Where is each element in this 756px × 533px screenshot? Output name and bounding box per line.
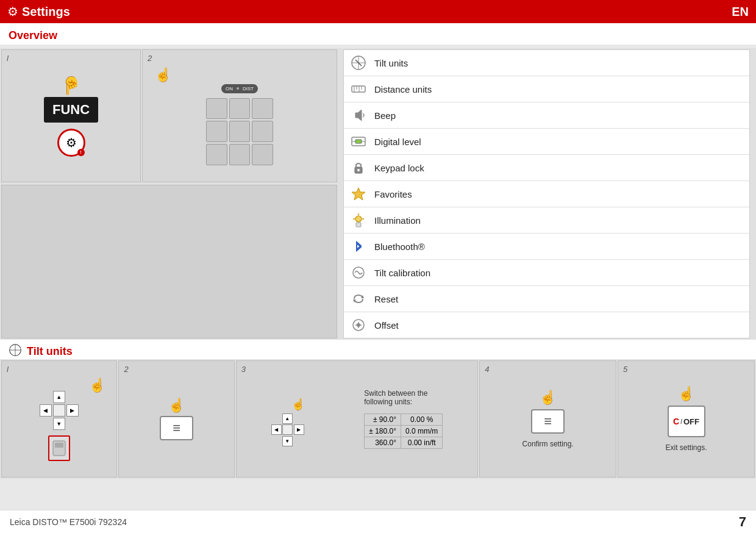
- bluetooth-icon: [350, 238, 367, 255]
- bottom-illustration: [1, 185, 337, 338]
- settings-gear-icon: ⚙: [7, 4, 18, 19]
- settings-list: Tilt units Distance units Beep Digital l…: [343, 49, 750, 338]
- header-title: Settings: [22, 5, 70, 19]
- beep-label: Beep: [374, 110, 396, 121]
- settings-item-illumination[interactable]: Illumination: [344, 207, 749, 234]
- hand-icon-step2: ☝: [155, 67, 171, 83]
- header-left: ⚙ Settings: [7, 4, 70, 19]
- tilt-calibration-label: Tilt calibration: [374, 268, 430, 278]
- svg-rect-8: [355, 140, 362, 143]
- device-tilt-icon: [48, 435, 70, 461]
- step3-content: Switch between the following units: ± 90…: [364, 389, 443, 449]
- step2-tilt-label: 2: [124, 365, 128, 374]
- tilt-calibration-icon: [350, 264, 367, 281]
- footer-page-number: 7: [739, 514, 746, 530]
- tilt-section-header: Tilt units: [0, 340, 756, 359]
- settings-item-distance-units[interactable]: Distance units: [344, 76, 749, 102]
- hand-step1-tilt: ☝: [89, 377, 105, 393]
- keypad-grid: [206, 98, 273, 165]
- bluetooth-label: Bluethooth®: [374, 241, 425, 252]
- units-table: ± 90.0°0.00 %± 180.0°0.0 mm/m360.0°0.00 …: [364, 413, 443, 449]
- favorites-icon: [350, 185, 367, 202]
- step2-label: 2: [148, 54, 152, 63]
- exit-text: Exit settings.: [666, 443, 707, 452]
- tilt-units-icon: [350, 54, 367, 71]
- step1-tilt-label: l: [7, 365, 9, 374]
- reset-label: Reset: [374, 294, 398, 304]
- illumination-label: Illumination: [374, 215, 421, 226]
- step3-tilt: 3 ☝ ▲ ▼ ◀ ▶ Switch between the following…: [236, 360, 478, 478]
- keypad-lock-label: Keypad lock: [374, 163, 424, 173]
- step3-keypad: ☝ ▲ ▼ ◀ ▶: [271, 398, 305, 447]
- right-panel: Tilt units Distance units Beep Digital l…: [338, 48, 756, 340]
- main-content: l ☝ FUNC ⚙ ! 2 ☝ ON: [0, 48, 756, 340]
- keypad-lock-icon: [350, 159, 367, 176]
- step1-label: l: [7, 54, 9, 63]
- illumination-icon: [350, 212, 367, 229]
- switch-text: Switch between the following units:: [364, 389, 427, 406]
- coff-button: C/OFF: [668, 406, 705, 437]
- settings-item-reset[interactable]: Reset: [344, 286, 749, 312]
- tilt-title: Tilt units: [27, 345, 73, 358]
- tilt-units-label: Tilt units: [374, 58, 408, 68]
- steps-row: l ☝ ▲ ▼ ◀ ▶ 2 ☝ ≡ 3 ☝ ▲ ▼ ◀ ▶: [0, 359, 756, 479]
- settings-item-bluetooth[interactable]: Bluethooth®: [344, 234, 749, 260]
- arrow-keypad-step1: ▲ ▼ ◀ ▶: [40, 391, 79, 431]
- overview-title: Overview: [9, 27, 747, 45]
- footer-device-text: Leica DISTO™ E7500i 792324: [10, 517, 127, 527]
- footer: Leica DISTO™ E7500i 792324 7: [0, 510, 756, 533]
- header: ⚙ Settings EN: [0, 0, 756, 23]
- step4-tilt: 4 ☝ ≡ Confirm setting.: [479, 360, 616, 478]
- svg-point-12: [355, 216, 362, 222]
- settings-item-favorites[interactable]: Favorites: [344, 181, 749, 207]
- step2-illustration: 2 ☝ ON DIST: [142, 49, 337, 182]
- offset-icon: [350, 317, 367, 334]
- overview-section: Overview: [0, 23, 756, 45]
- svg-point-22: [357, 323, 360, 327]
- equals-button-step2: ≡: [160, 416, 193, 440]
- svg-rect-25: [55, 443, 63, 448]
- step5-tilt-label: 5: [623, 365, 627, 374]
- confirm-text: Confirm setting.: [522, 440, 574, 448]
- equals-button-step4: ≡: [531, 409, 565, 434]
- svg-rect-1: [352, 86, 365, 92]
- distance-units-label: Distance units: [374, 84, 432, 95]
- settings-item-offset[interactable]: Offset: [344, 312, 749, 338]
- gear-circle-icon: ⚙ !: [57, 129, 85, 157]
- step2-tilt: 2 ☝ ≡: [118, 360, 234, 478]
- step4-tilt-label: 4: [485, 365, 489, 374]
- digital-level-icon: [350, 133, 367, 150]
- header-lang: EN: [732, 5, 749, 19]
- hand-step4: ☝: [540, 390, 556, 406]
- hand-pointer-icon: ☝: [60, 76, 82, 96]
- svg-marker-11: [352, 188, 365, 200]
- favorites-label: Favorites: [374, 189, 412, 199]
- left-panel: l ☝ FUNC ⚙ ! 2 ☝ ON: [0, 48, 338, 340]
- digital-level-label: Digital level: [374, 137, 421, 147]
- settings-item-tilt-units[interactable]: Tilt units: [344, 50, 749, 76]
- hand-step3: ☝: [291, 398, 305, 411]
- svg-rect-17: [356, 223, 361, 227]
- step3-tilt-label: 3: [241, 365, 246, 374]
- top-illustrations: l ☝ FUNC ⚙ ! 2 ☝ ON: [1, 49, 337, 182]
- distance-units-icon: [350, 80, 367, 98]
- step1-illustration: l ☝ FUNC ⚙ !: [1, 49, 141, 182]
- hand-step2-tilt: ☝: [168, 398, 185, 413]
- reset-icon: [350, 290, 367, 307]
- step5-tilt: 5 ☝ C/OFF Exit settings.: [618, 360, 755, 478]
- step1-tilt: l ☝ ▲ ▼ ◀ ▶: [1, 360, 117, 478]
- on-dist-button: ON DIST: [221, 84, 258, 93]
- tilt-units-section-icon: [9, 343, 22, 359]
- svg-point-10: [357, 169, 360, 171]
- offset-label: Offset: [374, 320, 399, 331]
- func-button: FUNC: [44, 97, 98, 123]
- beep-icon: [350, 107, 367, 124]
- settings-item-tilt-calibration[interactable]: Tilt calibration: [344, 260, 749, 286]
- hand-step5: ☝: [678, 386, 694, 402]
- settings-item-keypad-lock[interactable]: Keypad lock: [344, 155, 749, 181]
- settings-item-beep[interactable]: Beep: [344, 102, 749, 129]
- settings-item-digital-level[interactable]: Digital level: [344, 129, 749, 155]
